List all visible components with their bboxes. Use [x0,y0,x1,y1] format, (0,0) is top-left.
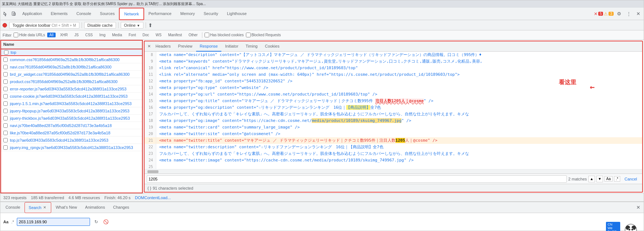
file-checkbox[interactable] [3,116,8,120]
file-checkbox[interactable] [3,79,8,84]
regex-btn[interactable]: .* [614,176,620,182]
code-line-22: 22 <meta name="twitter:description" cont… [145,144,642,150]
list-item[interactable]: navi.js?0be40a88ed287a95cf00d52d287d173e… [0,122,143,129]
list-item[interactable]: brd_pr_widget.css?81856dd04f969a252a8b1f… [0,71,143,78]
code-line-8: 8 <meta name="description" content="【アット… [145,52,642,58]
filter-media-btn[interactable]: Media [110,33,124,37]
h-scroll-thumb[interactable] [147,170,158,173]
device-toolbar-icon[interactable] [10,10,18,18]
refresh-search-btn[interactable]: ↻ [93,219,100,225]
file-checkbox[interactable] [3,72,8,77]
file-checkbox[interactable] [3,138,8,142]
blocked-requests-input[interactable] [246,33,251,37]
tab-console[interactable]: Console [72,8,96,20]
file-checkbox[interactable] [3,94,8,98]
cancel-search-btn[interactable]: Cancel [622,176,640,182]
warning-count: 3 [609,12,614,16]
list-item[interactable]: top.js?ae6d03f433a5583c5dcd412a388f31a13… [0,137,143,144]
file-checkbox[interactable] [3,145,8,150]
tab-memory[interactable]: Memory [176,8,199,20]
tab-sources[interactable]: Sources [96,8,119,20]
online-btn[interactable]: Online ▼ [121,22,143,29]
file-checkbox[interactable] [3,65,8,69]
file-item-top[interactable]: top [0,49,143,56]
file-checkbox[interactable] [3,109,8,113]
bottom-search-input[interactable] [17,218,90,226]
next-match-btn[interactable]: ▼ [596,176,603,182]
filter-img-btn[interactable]: Img [97,33,108,37]
file-name: top.js?ae6d03f433a5583c5dcd412a388f31a13… [10,138,108,142]
h-scrollbar[interactable] [145,169,642,174]
list-item[interactable]: jquery-1.5.1.min.js?ae6d03f433a5583c5dcd… [0,100,143,107]
resp-tab-headers[interactable]: Headers [152,41,175,52]
list-item[interactable]: jquery-thickbox.js?ae6d03f433a5583c5dcd4… [0,115,143,122]
file-checkbox[interactable] [3,87,8,91]
chars-selected-text: 91 characters selected [153,186,193,190]
tab-elements[interactable]: Elements [46,8,72,20]
tab-security[interactable]: Security [199,8,222,20]
clear-search-btn[interactable]: 🚫 [102,219,109,225]
list-item[interactable]: error-reporter.js?ae6d03f433a5583c5dcd41… [0,85,143,93]
settings-icon[interactable]: ⚙ [615,10,623,18]
filter-doc-btn[interactable]: Doc [140,33,151,37]
browser-bar: 某某网站 大猫精选 重要记忆 2 获取助手5 全 获取 助手分析实例 SMRS … [0,0,644,8]
response-search-input[interactable] [147,175,567,183]
disable-cache-btn[interactable]: Disable cache [84,22,116,29]
list-item[interactable]: navi.css?81856dd04f969a252a8b1fb30f8b21a… [0,63,143,71]
resp-tab-initiator[interactable]: Initiator [221,41,242,52]
filter-xhr-btn[interactable]: XHR [58,33,70,37]
filter-other-btn[interactable]: Other [186,33,200,37]
tab-network[interactable]: Network [119,8,144,20]
resp-tab-response[interactable]: Response [196,41,222,52]
file-checkbox[interactable] [3,131,8,135]
dom-content-loaded-link[interactable]: DOMContentLoad... [135,195,171,200]
has-blocked-cookies-input[interactable] [205,33,209,37]
close-panel-btn[interactable]: ✕ [146,44,152,49]
bottom-tab-animations[interactable]: Animations [82,202,109,213]
resp-tab-cookies[interactable]: Cookies [261,41,283,52]
hide-data-urls-input[interactable] [14,33,18,37]
file-checkbox[interactable] [3,123,8,128]
filter-ws-btn[interactable]: WS [153,33,164,37]
file-list-scroll[interactable]: top common.css?81856dd04f969a252a8b1fb30… [0,49,143,193]
bottom-tab-whats-new[interactable]: What's New [52,202,80,213]
close-search-tab-btn[interactable]: ✕ [42,205,47,210]
filter-manifest-btn[interactable]: Manifest [166,33,184,37]
bottom-tab-changes[interactable]: Changes [109,202,133,213]
tab-performance[interactable]: Performance [144,8,176,20]
case-sensitive-btn[interactable]: Aa [604,176,613,182]
prev-match-btn[interactable]: ▲ [588,176,595,182]
filter-font-btn[interactable]: Font [126,33,138,37]
code-viewer[interactable]: 看这里 ← 8 <meta name="description" content… [145,52,642,169]
hide-data-urls-checkbox[interactable]: Hide data URLs [14,33,45,37]
filter-css-btn[interactable]: CSS [83,33,95,37]
toggle-device-toolbar-btn[interactable]: Toggle device toolbar Ctrl + Shift + M [9,22,79,29]
tab-lighthouse[interactable]: Lighthouse [222,8,251,20]
tab-application[interactable]: Application [18,8,46,20]
bottom-tab-search[interactable]: Search ✕ [25,202,51,213]
resp-tab-timing[interactable]: Timing [242,41,261,52]
file-checkbox[interactable] [3,57,8,62]
list-item[interactable]: jquery.img_rpngv.js?ae6d03f433a5583c5dcd… [0,144,143,151]
inspect-icon-btn[interactable] [2,10,10,18]
has-blocked-cookies-checkbox[interactable]: Has blocked cookies [205,33,244,37]
resp-tab-preview[interactable]: Preview [175,41,196,52]
close-devtools-icon[interactable]: ✕ [634,10,642,18]
filter-all-btn[interactable]: All [47,33,56,37]
list-item[interactable]: like.js?0be40a88ed287a95cf00d52d287d173e… [0,129,143,137]
close-bottom-panel-btn[interactable]: ✕ [634,204,642,212]
response-panel: ✕ Headers Preview Response Initiator Tim… [144,41,643,193]
record-button[interactable] [3,23,7,27]
blocked-requests-checkbox[interactable]: Blocked Requests [246,33,281,37]
file-checkbox-top[interactable] [4,50,8,55]
filter-js-btn[interactable]: JS [72,33,81,37]
list-item[interactable]: product.css?81856dd04f969a252a8b1fb30f8b… [0,78,143,85]
upload-icon[interactable]: ⬆ [148,22,153,28]
more-options-icon[interactable]: ⋮ [625,10,633,18]
list-item[interactable]: jquery-fitpopup.js?ae6d03f433a5583c5dcd4… [0,107,143,115]
bottom-tab-console[interactable]: Console [2,202,24,213]
list-item[interactable]: cosme-cookie.js?ae6d03f433a5583c5dcd412a… [0,93,143,100]
file-checkbox[interactable] [3,101,8,106]
list-item[interactable]: common.css?81856dd04f969a252a8b1fb30f8b2… [0,56,143,63]
bottom-content: Aa .* ↻ 🚫 CNWeBAREBEARS [0,213,644,231]
